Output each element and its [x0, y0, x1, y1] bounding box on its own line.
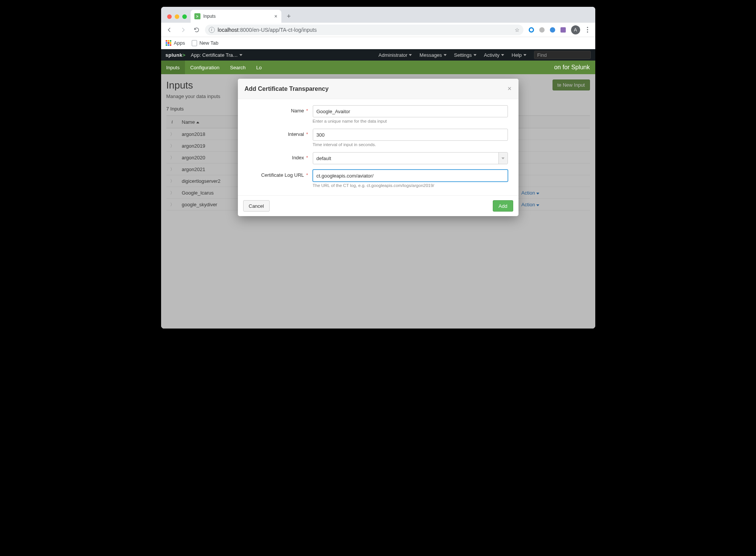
window-maximize-icon[interactable]	[182, 14, 187, 19]
modal-close-button[interactable]: ×	[508, 85, 512, 93]
app-picker[interactable]: App: Certificate Tra…	[191, 52, 242, 58]
find-input[interactable]: Find	[534, 51, 591, 59]
apps-label: Apps	[174, 40, 185, 46]
splunk-app-nav: Inputs Configuration Search Lo on for Sp…	[161, 61, 595, 74]
window-minimize-icon[interactable]	[175, 14, 179, 19]
field-row-interval: Interval * Time interval of input in sec…	[248, 129, 508, 147]
chevron-down-icon	[444, 54, 447, 56]
tab-close-icon[interactable]: ×	[274, 13, 277, 19]
label-interval: Interval *	[248, 129, 313, 137]
new-tab-button[interactable]: +	[284, 11, 294, 22]
menu-settings[interactable]: Settings	[454, 52, 477, 58]
label-index: Index *	[248, 152, 313, 160]
chrome-toolbar: i localhost:8000/en-US/app/TA-ct-log/inp…	[161, 23, 595, 37]
help-interval: Time interval of input in seconds.	[313, 142, 508, 147]
nav-partial[interactable]: Lo	[251, 61, 267, 74]
splunk-logo[interactable]: splunk>	[166, 52, 186, 58]
chevron-down-icon	[239, 54, 242, 56]
profile-avatar[interactable]: A	[571, 25, 580, 34]
cert-url-input[interactable]	[313, 170, 508, 182]
window-close-icon[interactable]	[167, 14, 172, 19]
splunk-right-menu: Administrator Messages Settings Activity…	[379, 51, 591, 59]
nav-configuration[interactable]: Configuration	[185, 61, 225, 74]
menu-messages[interactable]: Messages	[419, 52, 446, 58]
modal-body: Name * Enter a unique name for the data …	[238, 99, 518, 195]
chevron-down-icon	[501, 54, 504, 56]
bookmarks-bar: Apps New Tab	[161, 37, 595, 49]
label-name: Name *	[248, 105, 313, 114]
modal-header: Add Certificate Transparency ×	[238, 79, 518, 99]
chevron-down-icon	[501, 157, 505, 159]
extension-icon[interactable]	[550, 27, 555, 33]
field-row-cert-url: Certificate Log URL * The URL of the CT …	[248, 170, 508, 188]
label-cert-url: Certificate Log URL *	[248, 170, 313, 178]
chevron-down-icon	[523, 54, 526, 56]
app-picker-label: App: Certificate Tra…	[191, 52, 238, 58]
extension-icon[interactable]	[529, 27, 534, 33]
new-tab-bookmark[interactable]: New Tab	[192, 40, 218, 46]
url-text: localhost:8000/en-US/app/TA-ct-log/input…	[218, 27, 317, 33]
new-tab-label: New Tab	[199, 40, 218, 46]
apps-icon	[166, 40, 172, 46]
cancel-button[interactable]: Cancel	[243, 200, 270, 212]
tab-favicon-icon: >	[194, 13, 200, 19]
extension-icon[interactable]	[539, 27, 545, 33]
chrome-menu-button[interactable]	[583, 27, 592, 33]
tab-title: Inputs	[203, 14, 272, 19]
menu-administrator[interactable]: Administrator	[379, 52, 412, 58]
site-info-icon[interactable]: i	[209, 27, 215, 33]
help-cert-url: The URL of the CT log, e.g. ct.googleapi…	[313, 183, 508, 188]
chevron-down-icon	[409, 54, 412, 56]
chrome-tab-strip: > Inputs × +	[161, 7, 595, 23]
traffic-lights	[164, 14, 191, 23]
select-dropdown-button[interactable]	[498, 153, 508, 164]
file-icon	[192, 40, 197, 46]
menu-activity[interactable]: Activity	[484, 52, 504, 58]
nav-inputs[interactable]: Inputs	[161, 61, 185, 74]
modal-footer: Cancel Add	[238, 195, 518, 216]
chevron-down-icon	[473, 54, 477, 56]
chrome-window: > Inputs × + i localhost:8000/en-US/app/…	[161, 7, 595, 329]
add-input-modal: Add Certificate Transparency × Name * En…	[238, 79, 518, 216]
back-button[interactable]	[164, 25, 175, 35]
index-select-value: default	[317, 156, 331, 161]
modal-title: Add Certificate Transparency	[245, 86, 329, 92]
reload-button[interactable]	[191, 25, 202, 35]
address-bar[interactable]: i localhost:8000/en-US/app/TA-ct-log/inp…	[205, 25, 523, 35]
splunk-header: splunk> App: Certificate Tra… Administra…	[161, 49, 595, 61]
browser-tab[interactable]: > Inputs ×	[191, 10, 281, 23]
add-button[interactable]: Add	[493, 200, 513, 212]
help-name: Enter a unique name for the data input	[313, 119, 508, 123]
apps-bookmark[interactable]: Apps	[166, 40, 185, 46]
field-row-index: Index * default	[248, 152, 508, 164]
bookmark-star-icon[interactable]: ☆	[515, 27, 520, 33]
field-row-name: Name * Enter a unique name for the data …	[248, 105, 508, 123]
nav-search[interactable]: Search	[225, 61, 251, 74]
extension-icons	[526, 27, 568, 33]
interval-input[interactable]	[313, 129, 508, 141]
app-title-partial: on for Splunk	[554, 64, 595, 71]
forward-button[interactable]	[178, 25, 188, 35]
name-input[interactable]	[313, 105, 508, 117]
extension-icon[interactable]	[560, 27, 566, 33]
page-body: Inputs Manage your data inputs te New In…	[161, 74, 595, 329]
index-select[interactable]: default	[313, 152, 508, 164]
menu-help[interactable]: Help	[512, 52, 526, 58]
